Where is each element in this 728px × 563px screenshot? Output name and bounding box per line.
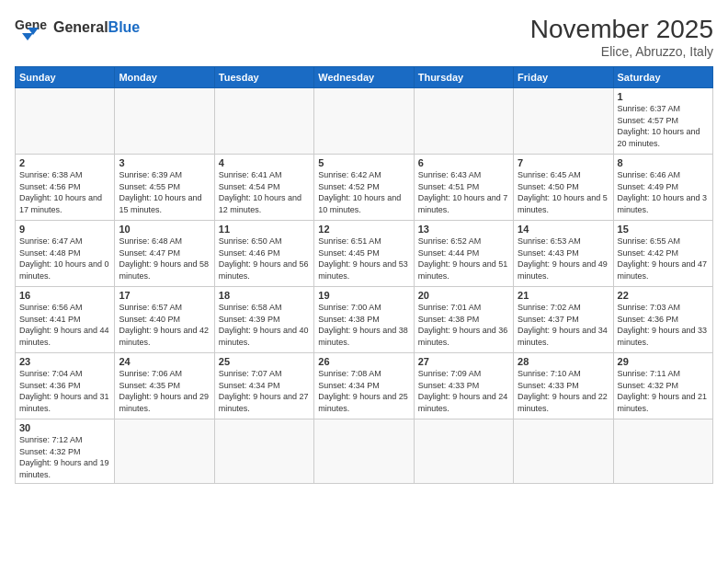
logo-blue: Blue bbox=[108, 19, 141, 35]
table-row: 17Sunrise: 6:57 AM Sunset: 4:40 PM Dayli… bbox=[115, 287, 214, 353]
day-info: Sunrise: 7:08 AM Sunset: 4:34 PM Dayligh… bbox=[318, 368, 409, 414]
table-row: 15Sunrise: 6:55 AM Sunset: 4:42 PM Dayli… bbox=[613, 221, 712, 287]
calendar-header-row: Sunday Monday Tuesday Wednesday Thursday… bbox=[16, 67, 713, 88]
day-number: 21 bbox=[518, 290, 609, 301]
day-info: Sunrise: 6:38 AM Sunset: 4:56 PM Dayligh… bbox=[19, 169, 110, 215]
calendar-table: Sunday Monday Tuesday Wednesday Thursday… bbox=[15, 66, 713, 484]
day-number: 19 bbox=[318, 290, 409, 301]
table-row: 23Sunrise: 7:04 AM Sunset: 4:36 PM Dayli… bbox=[16, 353, 115, 419]
calendar-week-row: 30Sunrise: 7:12 AM Sunset: 4:32 PM Dayli… bbox=[16, 419, 713, 484]
table-row bbox=[613, 419, 712, 484]
table-row bbox=[115, 88, 214, 155]
calendar-week-row: 1Sunrise: 6:37 AM Sunset: 4:57 PM Daylig… bbox=[16, 88, 713, 155]
day-number: 7 bbox=[518, 157, 609, 168]
day-info: Sunrise: 6:48 AM Sunset: 4:47 PM Dayligh… bbox=[119, 236, 210, 282]
table-row: 30Sunrise: 7:12 AM Sunset: 4:32 PM Dayli… bbox=[16, 419, 115, 484]
day-number: 10 bbox=[119, 224, 210, 235]
calendar-week-row: 16Sunrise: 6:56 AM Sunset: 4:41 PM Dayli… bbox=[16, 287, 713, 353]
table-row: 9Sunrise: 6:47 AM Sunset: 4:48 PM Daylig… bbox=[16, 221, 115, 287]
page: General GeneralBlue November 2025 Elice,… bbox=[0, 0, 728, 563]
day-info: Sunrise: 6:43 AM Sunset: 4:51 PM Dayligh… bbox=[418, 169, 509, 215]
col-thursday: Thursday bbox=[414, 67, 513, 88]
day-number: 4 bbox=[219, 157, 310, 168]
day-info: Sunrise: 6:41 AM Sunset: 4:54 PM Dayligh… bbox=[219, 169, 310, 215]
table-row: 10Sunrise: 6:48 AM Sunset: 4:47 PM Dayli… bbox=[115, 221, 214, 287]
day-number: 12 bbox=[318, 224, 409, 235]
day-info: Sunrise: 7:02 AM Sunset: 4:37 PM Dayligh… bbox=[518, 302, 609, 348]
table-row: 16Sunrise: 6:56 AM Sunset: 4:41 PM Dayli… bbox=[16, 287, 115, 353]
table-row: 24Sunrise: 7:06 AM Sunset: 4:35 PM Dayli… bbox=[115, 353, 214, 419]
day-number: 26 bbox=[318, 356, 409, 367]
table-row: 21Sunrise: 7:02 AM Sunset: 4:37 PM Dayli… bbox=[514, 287, 613, 353]
day-number: 24 bbox=[119, 356, 210, 367]
table-row bbox=[514, 419, 613, 484]
day-info: Sunrise: 6:58 AM Sunset: 4:39 PM Dayligh… bbox=[219, 302, 310, 348]
table-row: 1Sunrise: 6:37 AM Sunset: 4:57 PM Daylig… bbox=[613, 88, 712, 155]
table-row bbox=[214, 88, 313, 155]
table-row bbox=[414, 419, 513, 484]
table-row: 4Sunrise: 6:41 AM Sunset: 4:54 PM Daylig… bbox=[214, 155, 313, 221]
day-number: 6 bbox=[418, 157, 509, 168]
day-number: 18 bbox=[219, 290, 310, 301]
table-row: 11Sunrise: 6:50 AM Sunset: 4:46 PM Dayli… bbox=[214, 221, 313, 287]
day-info: Sunrise: 7:09 AM Sunset: 4:33 PM Dayligh… bbox=[418, 368, 509, 414]
logo: General GeneralBlue bbox=[15, 15, 140, 40]
table-row: 6Sunrise: 6:43 AM Sunset: 4:51 PM Daylig… bbox=[414, 155, 513, 221]
day-number: 3 bbox=[119, 157, 210, 168]
day-info: Sunrise: 7:11 AM Sunset: 4:32 PM Dayligh… bbox=[618, 368, 709, 414]
day-info: Sunrise: 7:01 AM Sunset: 4:38 PM Dayligh… bbox=[418, 302, 509, 348]
day-info: Sunrise: 7:10 AM Sunset: 4:33 PM Dayligh… bbox=[518, 368, 609, 414]
day-info: Sunrise: 6:45 AM Sunset: 4:50 PM Dayligh… bbox=[518, 169, 609, 215]
col-sunday: Sunday bbox=[16, 67, 115, 88]
month-title: November 2025 bbox=[530, 15, 713, 44]
day-info: Sunrise: 6:52 AM Sunset: 4:44 PM Dayligh… bbox=[418, 236, 509, 282]
day-info: Sunrise: 6:56 AM Sunset: 4:41 PM Dayligh… bbox=[19, 302, 110, 348]
col-monday: Monday bbox=[115, 67, 214, 88]
day-number: 15 bbox=[618, 224, 709, 235]
table-row: 27Sunrise: 7:09 AM Sunset: 4:33 PM Dayli… bbox=[414, 353, 513, 419]
day-info: Sunrise: 6:57 AM Sunset: 4:40 PM Dayligh… bbox=[119, 302, 210, 348]
day-number: 29 bbox=[618, 356, 709, 367]
table-row: 26Sunrise: 7:08 AM Sunset: 4:34 PM Dayli… bbox=[314, 353, 414, 419]
day-info: Sunrise: 6:55 AM Sunset: 4:42 PM Dayligh… bbox=[618, 236, 709, 282]
table-row: 20Sunrise: 7:01 AM Sunset: 4:38 PM Dayli… bbox=[414, 287, 513, 353]
day-number: 11 bbox=[219, 224, 310, 235]
header: General GeneralBlue November 2025 Elice,… bbox=[15, 15, 713, 59]
day-number: 22 bbox=[618, 290, 709, 301]
table-row bbox=[214, 419, 313, 484]
col-saturday: Saturday bbox=[613, 67, 712, 88]
col-friday: Friday bbox=[514, 67, 613, 88]
day-number: 23 bbox=[19, 356, 110, 367]
table-row bbox=[414, 88, 513, 155]
logo-general: General bbox=[53, 19, 108, 35]
day-info: Sunrise: 6:50 AM Sunset: 4:46 PM Dayligh… bbox=[219, 236, 310, 282]
calendar-week-row: 2Sunrise: 6:38 AM Sunset: 4:56 PM Daylig… bbox=[16, 155, 713, 221]
table-row: 25Sunrise: 7:07 AM Sunset: 4:34 PM Dayli… bbox=[214, 353, 313, 419]
day-info: Sunrise: 6:39 AM Sunset: 4:55 PM Dayligh… bbox=[119, 169, 210, 215]
day-number: 28 bbox=[518, 356, 609, 367]
logo-icon: General bbox=[15, 15, 48, 40]
table-row bbox=[514, 88, 613, 155]
day-number: 17 bbox=[119, 290, 210, 301]
day-number: 14 bbox=[518, 224, 609, 235]
table-row: 5Sunrise: 6:42 AM Sunset: 4:52 PM Daylig… bbox=[314, 155, 414, 221]
table-row: 8Sunrise: 6:46 AM Sunset: 4:49 PM Daylig… bbox=[613, 155, 712, 221]
table-row bbox=[314, 419, 414, 484]
table-row: 2Sunrise: 6:38 AM Sunset: 4:56 PM Daylig… bbox=[16, 155, 115, 221]
table-row: 14Sunrise: 6:53 AM Sunset: 4:43 PM Dayli… bbox=[514, 221, 613, 287]
svg-marker-1 bbox=[22, 33, 33, 40]
title-block: November 2025 Elice, Abruzzo, Italy bbox=[530, 15, 713, 59]
table-row bbox=[314, 88, 414, 155]
table-row: 22Sunrise: 7:03 AM Sunset: 4:36 PM Dayli… bbox=[613, 287, 712, 353]
day-number: 2 bbox=[19, 157, 110, 168]
calendar-week-row: 23Sunrise: 7:04 AM Sunset: 4:36 PM Dayli… bbox=[16, 353, 713, 419]
day-info: Sunrise: 7:12 AM Sunset: 4:32 PM Dayligh… bbox=[19, 434, 110, 480]
day-info: Sunrise: 7:04 AM Sunset: 4:36 PM Dayligh… bbox=[19, 368, 110, 414]
day-info: Sunrise: 6:42 AM Sunset: 4:52 PM Dayligh… bbox=[318, 169, 409, 215]
table-row: 12Sunrise: 6:51 AM Sunset: 4:45 PM Dayli… bbox=[314, 221, 414, 287]
subtitle: Elice, Abruzzo, Italy bbox=[530, 44, 713, 59]
day-info: Sunrise: 6:53 AM Sunset: 4:43 PM Dayligh… bbox=[518, 236, 609, 282]
table-row: 28Sunrise: 7:10 AM Sunset: 4:33 PM Dayli… bbox=[514, 353, 613, 419]
table-row: 18Sunrise: 6:58 AM Sunset: 4:39 PM Dayli… bbox=[214, 287, 313, 353]
day-info: Sunrise: 6:51 AM Sunset: 4:45 PM Dayligh… bbox=[318, 236, 409, 282]
